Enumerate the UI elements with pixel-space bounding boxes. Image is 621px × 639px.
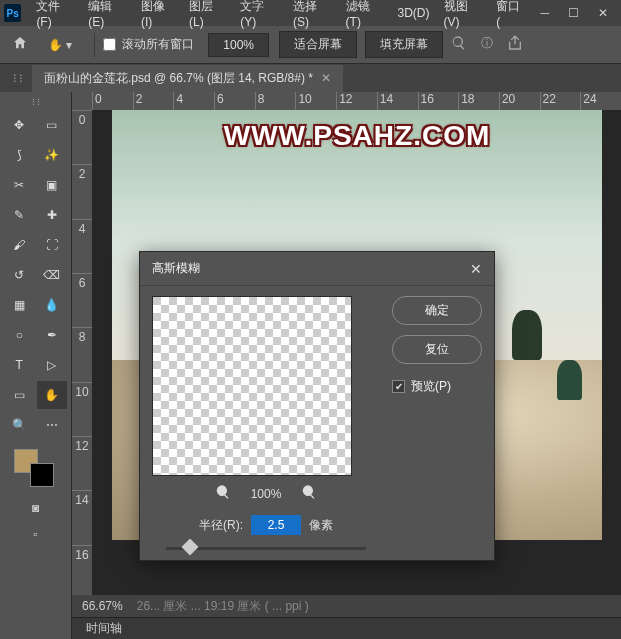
eraser-tool[interactable]: ⌫: [37, 261, 68, 289]
history-brush-tool[interactable]: ↺: [4, 261, 35, 289]
menu-layer[interactable]: 图层(L): [182, 0, 233, 29]
preview-checkbox-box[interactable]: ✔: [392, 380, 405, 393]
stamp-tool[interactable]: ⛶: [37, 231, 68, 259]
fill-screen-button[interactable]: 填充屏幕: [365, 31, 443, 58]
document-tab[interactable]: 面粉山的金莲花.psd @ 66.7% (图层 14, RGB/8#) * ✕: [32, 65, 343, 92]
ruler-vertical: 0246810121416: [72, 110, 92, 599]
blur-tool[interactable]: 💧: [37, 291, 68, 319]
preview-box[interactable]: [152, 296, 352, 476]
status-bar: 66.67% 26... 厘米 ... 19:19 厘米 ( ... ppi ): [72, 595, 621, 617]
screen-mode-toggle[interactable]: ▫: [4, 527, 67, 541]
radius-slider[interactable]: [166, 541, 366, 557]
document-tab-bar: ⫶⫶ 面粉山的金莲花.psd @ 66.7% (图层 14, RGB/8#) *…: [0, 64, 621, 92]
radius-input[interactable]: [251, 515, 301, 535]
menu-view[interactable]: 视图(V): [437, 0, 490, 29]
menu-select[interactable]: 选择(S): [286, 0, 339, 29]
ruler-horizontal: 024681012141618202224: [92, 92, 621, 110]
preview-checkbox[interactable]: ✔ 预览(P): [392, 378, 482, 395]
hand-tool[interactable]: ✋: [37, 381, 68, 409]
quick-mask-toggle[interactable]: ◙: [4, 501, 67, 515]
dialog-close-button[interactable]: ✕: [470, 261, 482, 277]
menu-bar: Ps 文件(F) 编辑(E) 图像(I) 图层(L) 文字(Y) 选择(S) 滤…: [0, 0, 621, 26]
gaussian-blur-dialog: 高斯模糊 ✕ 100% 半径(R): 像素 确定 复位 ✔: [139, 251, 495, 561]
toolbox: ⫶⫶ ✥ ▭ ⟆ ✨ ✂ ▣ ✎ ✚ 🖌 ⛶ ↺ ⌫ ▦ 💧 ○ ✒ T ▷ ▭…: [0, 92, 72, 639]
radius-unit: 像素: [309, 517, 333, 534]
maximize-button[interactable]: ☐: [559, 3, 588, 23]
zoom-tool[interactable]: 🔍: [4, 411, 35, 439]
pen-tool[interactable]: ✒: [37, 321, 68, 349]
shape-tool[interactable]: ▭: [4, 381, 35, 409]
menu-image[interactable]: 图像(I): [134, 0, 182, 29]
lasso-tool[interactable]: ⟆: [4, 141, 35, 169]
healing-tool[interactable]: ✚: [37, 201, 68, 229]
hiker-figure-1: [512, 310, 542, 360]
gradient-tool[interactable]: ▦: [4, 291, 35, 319]
toolbox-handle[interactable]: ⫶⫶: [4, 96, 67, 107]
close-button[interactable]: ✕: [588, 3, 617, 23]
eyedropper-tool[interactable]: ✎: [4, 201, 35, 229]
background-color[interactable]: [30, 463, 54, 487]
document-tab-title: 面粉山的金莲花.psd @ 66.7% (图层 14, RGB/8#) *: [44, 70, 313, 87]
ps-logo: Ps: [4, 4, 21, 22]
type-tool[interactable]: T: [4, 351, 35, 379]
share-icon[interactable]: [507, 35, 523, 54]
zoom-level[interactable]: 100%: [208, 33, 269, 57]
preview-checkbox-label: 预览(P): [411, 378, 451, 395]
menu-filter[interactable]: 滤镜(T): [339, 0, 391, 29]
hand-tool-icon[interactable]: ✋ ▾: [40, 34, 80, 56]
marquee-tool[interactable]: ▭: [37, 111, 68, 139]
fit-screen-button[interactable]: 适合屏幕: [279, 31, 357, 58]
dialog-title: 高斯模糊: [152, 260, 200, 277]
status-zoom[interactable]: 66.67%: [82, 599, 123, 613]
hiker-figure-2: [557, 360, 582, 400]
menu-file[interactable]: 文件(F): [29, 0, 81, 29]
move-tool[interactable]: ✥: [4, 111, 35, 139]
dodge-tool[interactable]: ○: [4, 321, 35, 349]
menu-type[interactable]: 文字(Y): [233, 0, 286, 29]
slider-thumb[interactable]: [182, 539, 199, 556]
minimize-button[interactable]: ─: [530, 3, 559, 23]
preview-zoom-value: 100%: [251, 487, 282, 501]
menu-3d[interactable]: 3D(D): [391, 6, 437, 20]
scroll-all-checkbox[interactable]: 滚动所有窗口: [103, 36, 194, 53]
search-icon[interactable]: [451, 35, 467, 54]
watermark-text: WWW.PSAHZ.COM: [112, 120, 602, 152]
help-icon[interactable]: ⓘ: [481, 35, 493, 54]
frame-tool[interactable]: ▣: [37, 171, 68, 199]
home-icon[interactable]: [8, 31, 32, 58]
dialog-titlebar[interactable]: 高斯模糊 ✕: [140, 252, 494, 286]
status-doc-info[interactable]: 26... 厘米 ... 19:19 厘米 ( ... ppi ): [137, 598, 309, 615]
options-bar: ✋ ▾ 滚动所有窗口 100% 适合屏幕 填充屏幕 ⓘ: [0, 26, 621, 64]
reset-button[interactable]: 复位: [392, 335, 482, 364]
zoom-out-icon[interactable]: [215, 484, 231, 503]
crop-tool[interactable]: ✂: [4, 171, 35, 199]
scroll-all-input[interactable]: [103, 38, 116, 51]
scroll-all-label: 滚动所有窗口: [122, 36, 194, 53]
brush-tool[interactable]: 🖌: [4, 231, 35, 259]
radius-label: 半径(R):: [199, 517, 243, 534]
menu-edit[interactable]: 编辑(E): [81, 0, 134, 29]
tab-handle-icon[interactable]: ⫶⫶: [12, 71, 24, 85]
ok-button[interactable]: 确定: [392, 296, 482, 325]
path-tool[interactable]: ▷: [37, 351, 68, 379]
magic-wand-tool[interactable]: ✨: [37, 141, 68, 169]
menu-window[interactable]: 窗口(: [489, 0, 530, 29]
timeline-panel-tab[interactable]: 时间轴: [72, 617, 621, 639]
zoom-in-icon[interactable]: [301, 484, 317, 503]
document-tab-close[interactable]: ✕: [321, 71, 331, 85]
color-swatches[interactable]: [4, 449, 67, 489]
ruler-corner: [72, 92, 92, 110]
edit-toolbar[interactable]: ⋯: [37, 411, 68, 439]
